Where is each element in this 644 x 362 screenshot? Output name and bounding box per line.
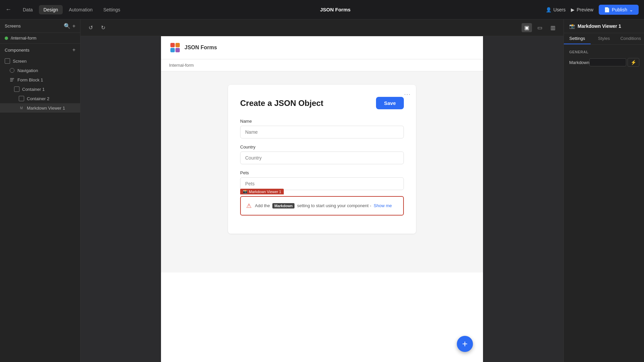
show-me-link[interactable]: Show me xyxy=(374,203,392,208)
input-country[interactable] xyxy=(240,152,404,164)
logo-squares xyxy=(170,43,180,52)
right-sidebar-title: Markdown Viewer 1 xyxy=(578,23,621,29)
form-card-header: Create a JSON Object Save xyxy=(240,97,404,109)
fab-add-button[interactable]: + xyxy=(457,336,473,352)
canvas-content: JSON Forms Internal-form ⋯ Create a JSON… xyxy=(80,36,564,362)
form-block-icon xyxy=(9,77,15,82)
container-icon xyxy=(14,86,19,92)
nav-left: ← Data Design Automation Settings xyxy=(5,5,125,14)
tab-styles[interactable]: Styles xyxy=(591,33,618,44)
components-label: Components xyxy=(5,48,30,53)
publish-button[interactable]: 📄 Publish ⌄ xyxy=(599,5,639,15)
logo-sq-red xyxy=(170,43,175,47)
form-body: ⋯ Create a JSON Object Save Name xyxy=(161,71,483,273)
component-item-screen[interactable]: Screen xyxy=(0,56,80,66)
chevron-down-icon: ⌄ xyxy=(629,7,633,12)
preview-label: Preview xyxy=(577,7,593,12)
tab-design[interactable]: Design xyxy=(39,5,63,14)
preview-icon: ▶ xyxy=(571,7,575,12)
warning-icon: ⚠ xyxy=(246,202,252,209)
component-label-screen: Screen xyxy=(13,59,26,64)
component-label-markdown-viewer-1: Markdown Viewer 1 xyxy=(27,106,65,111)
markdown-viewer-icon: M xyxy=(19,105,24,111)
form-card: ⋯ Create a JSON Object Save Name xyxy=(228,85,416,234)
markdown-viewer-component: 📸 Markdown Viewer 1 ⚠ Add the Markdown s… xyxy=(240,196,404,216)
users-button[interactable]: 👤 Users xyxy=(546,7,566,12)
main-layout: Screens 🔍 + /internal-form Components + … xyxy=(0,19,644,362)
tab-settings[interactable]: Settings xyxy=(99,5,125,14)
warning-message: Add the Markdown setting to start using … xyxy=(255,203,392,208)
form-group-pets: Pets xyxy=(240,170,404,190)
dots-menu[interactable]: ⋯ xyxy=(404,90,411,98)
component-item-markdown-viewer-1[interactable]: M Markdown Viewer 1 xyxy=(0,103,80,113)
publish-icon: 📄 xyxy=(604,7,610,12)
component-item-form-block-1[interactable]: Form Block 1 xyxy=(0,75,80,84)
user-icon: 👤 xyxy=(546,7,551,12)
input-name[interactable] xyxy=(240,126,404,138)
redo-button[interactable]: ↻ xyxy=(98,23,108,32)
desktop-viewport-button[interactable]: ▣ xyxy=(522,23,532,32)
warning-text-1: Add the xyxy=(255,203,270,208)
logo-sq-orange xyxy=(175,43,180,47)
nav-right: 👤 Users ▶ Preview 📄 Publish ⌄ xyxy=(546,5,639,15)
logo-sq-blue xyxy=(170,48,175,52)
add-component-button[interactable]: + xyxy=(72,47,75,53)
right-sidebar: 📸 Markdown Viewer 1 Settings Styles Cond… xyxy=(564,19,644,362)
label-name: Name xyxy=(240,119,404,124)
top-nav: ← Data Design Automation Settings JSON F… xyxy=(0,0,644,19)
markdown-setting-label: Markdown xyxy=(569,60,589,65)
markdown-viewer-box: ⚠ Add the Markdown setting to start usin… xyxy=(240,196,404,216)
lightning-button[interactable]: ⚡ xyxy=(628,58,639,67)
general-label: GENERAL xyxy=(569,50,639,54)
preview-button[interactable]: ▶ Preview xyxy=(571,7,593,12)
undo-button[interactable]: ↺ xyxy=(86,23,96,32)
markdown-viewer-icon-right: 📸 xyxy=(569,23,575,29)
right-sidebar-body: GENERAL Markdown ⚡ xyxy=(564,45,644,76)
label-pets: Pets xyxy=(240,170,404,175)
screen-icon xyxy=(5,58,10,64)
back-button[interactable]: ← xyxy=(5,6,11,13)
form-frame: JSON Forms Internal-form ⋯ Create a JSON… xyxy=(161,36,483,362)
component-label-container-1: Container 1 xyxy=(22,87,45,92)
component-label-container-2: Container 2 xyxy=(27,96,49,101)
right-sidebar-header: 📸 Markdown Viewer 1 xyxy=(564,19,644,33)
form-frame-header: JSON Forms xyxy=(161,36,483,59)
add-screen-button[interactable]: + xyxy=(72,23,75,29)
toolbar-left: ↺ ↻ xyxy=(86,23,108,32)
markdown-badge: Markdown xyxy=(272,203,294,208)
component-label-navigation: Navigation xyxy=(17,68,38,73)
users-label: Users xyxy=(553,7,566,12)
label-country: Country xyxy=(240,144,404,149)
screens-section-header: Screens 🔍 + xyxy=(0,19,80,33)
markdown-setting-input[interactable] xyxy=(589,58,626,66)
left-sidebar: Screens 🔍 + /internal-form Components + … xyxy=(0,19,80,362)
form-group-name: Name xyxy=(240,119,404,138)
input-pets[interactable] xyxy=(240,177,404,190)
form-title: Create a JSON Object xyxy=(240,99,323,108)
component-item-container-2[interactable]: Container 2 xyxy=(0,94,80,103)
component-label-form-block-1: Form Block 1 xyxy=(17,77,43,82)
save-button[interactable]: Save xyxy=(376,97,404,109)
components-section-header: Components + xyxy=(0,43,80,56)
tablet-viewport-button[interactable]: ▭ xyxy=(535,23,545,32)
navigation-icon xyxy=(9,68,15,73)
form-frame-title: JSON Forms xyxy=(184,45,217,51)
sidebar-tabs: Settings Styles Conditions xyxy=(564,33,644,45)
app-logo xyxy=(169,42,181,54)
tab-settings[interactable]: Settings xyxy=(564,33,591,44)
nav-tabs: Data Design Automation Settings xyxy=(18,5,125,14)
component-item-container-1[interactable]: Container 1 xyxy=(0,84,80,94)
toolbar-center: ▣ ▭ ▥ xyxy=(522,23,558,32)
tab-conditions[interactable]: Conditions xyxy=(617,33,644,44)
screen-name: /internal-form xyxy=(11,36,37,41)
mobile-viewport-button[interactable]: ▥ xyxy=(548,23,558,32)
container-2-icon xyxy=(19,96,24,101)
component-item-navigation[interactable]: Navigation xyxy=(0,66,80,75)
screens-label: Screens xyxy=(5,23,21,28)
screen-item-internal-form[interactable]: /internal-form xyxy=(0,33,80,43)
tab-data[interactable]: Data xyxy=(18,5,38,14)
search-button[interactable]: 🔍 xyxy=(64,23,70,29)
tab-automation[interactable]: Automation xyxy=(64,5,97,14)
markdown-viewer-component-label: Markdown Viewer 1 xyxy=(249,190,281,194)
markdown-viewer-label-tag: 📸 Markdown Viewer 1 xyxy=(240,189,284,194)
